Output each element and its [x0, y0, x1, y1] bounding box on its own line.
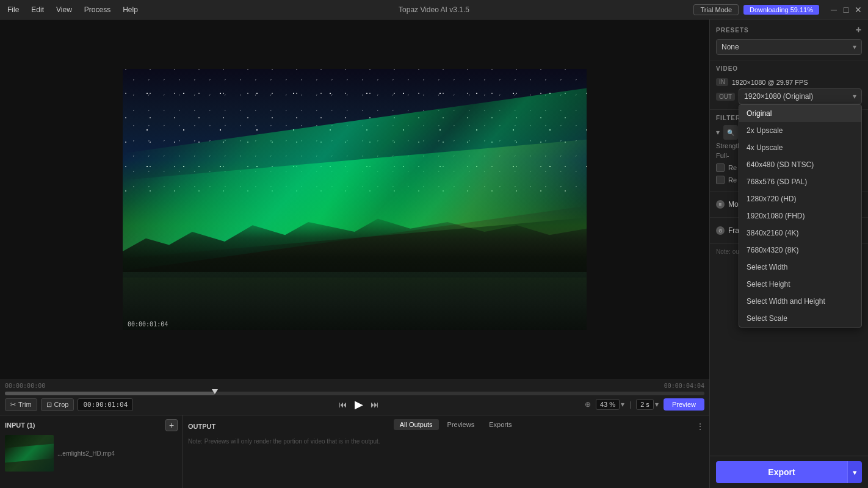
timeline-progress	[5, 392, 215, 395]
output-tabs: All Outputs Previews Exports	[394, 419, 518, 430]
dropdown-item-1280x720[interactable]: 1280x720 (HD)	[739, 190, 861, 207]
tab-exports[interactable]: Exports	[483, 419, 518, 430]
dropdown-item-768x576[interactable]: 768x576 (SD PAL)	[739, 173, 861, 190]
dropdown-item-3840x2160[interactable]: 3840x2160 (4K)	[739, 224, 861, 242]
preview-button[interactable]: Preview	[664, 398, 704, 411]
menu-bar: File Edit View Process Help	[5, 4, 140, 15]
timeline-times: 00:00:00:00 00:00:04:04	[5, 382, 704, 389]
presets-dropdown-wrapper: None ▾	[716, 39, 862, 55]
water-layer	[123, 272, 587, 329]
menu-help[interactable]: Help	[120, 4, 140, 15]
dropdown-item-select-height[interactable]: Select Height	[739, 276, 861, 293]
skip-back-button[interactable]: ⏮	[339, 400, 347, 409]
presets-add-icon[interactable]: +	[856, 24, 862, 35]
trim-icon: ✂	[10, 401, 16, 409]
menu-edit[interactable]: Edit	[29, 4, 46, 15]
time-end: 00:00:04:04	[664, 382, 704, 389]
input-thumbnail[interactable]	[5, 435, 54, 472]
input-panel: INPUT (1) + ...ernlights2_HD.mp4	[0, 415, 183, 488]
close-button[interactable]: ✕	[853, 5, 863, 15]
crop-icon: ⊡	[46, 401, 52, 409]
dropdown-item-original[interactable]: Original	[739, 105, 861, 122]
bottom-panels: INPUT (1) + ...ernlights2_HD.mp4 OUTPUT	[0, 415, 709, 488]
filter-chevron-icon[interactable]: ▾	[716, 128, 720, 137]
video-in-row: IN 1920×1080 @ 29.97 FPS	[716, 76, 862, 88]
maximize-button[interactable]: □	[841, 5, 851, 15]
timeline-playhead[interactable]	[212, 389, 218, 394]
output-more-icon[interactable]: ⋮	[696, 422, 704, 431]
zoom-icon: ⊕	[585, 400, 591, 409]
timeline-area: 00:00:00:00 00:00:04:04 ✂ Trim ⊡ Crop	[0, 379, 709, 415]
titlebar-left: File Edit View Process Help	[5, 4, 140, 15]
aurora-background	[123, 69, 587, 330]
output-note: Note: Previews will only render the port…	[188, 437, 704, 446]
interval-control: 2 s ▾	[636, 399, 659, 410]
dropdown-item-4x-upscale[interactable]: 4x Upscale	[739, 139, 861, 156]
checkbox-2[interactable]	[716, 176, 725, 184]
video-section: VIDEO IN 1920×1080 @ 29.97 FPS OUT 1920×…	[710, 60, 868, 110]
dropdown-item-7680x4320[interactable]: 7680x4320 (8K)	[739, 242, 861, 259]
checkbox-1[interactable]	[716, 163, 725, 172]
minimize-button[interactable]: ─	[829, 5, 839, 15]
transport-right: ⊕ 43 % ▾ | 2 s ▾ Preview	[585, 398, 704, 411]
in-badge: IN	[716, 78, 728, 86]
dropdown-item-640x480[interactable]: 640x480 (SD NTSC)	[739, 156, 861, 173]
presets-title: PRESETS +	[716, 24, 862, 35]
filter-icon: 🔍	[723, 125, 738, 140]
presets-select-button[interactable]: None ▾	[716, 39, 862, 55]
video-out-selected-value: 1920×1080 (Original)	[744, 92, 813, 101]
motion-deblur-icon: ≡	[716, 200, 725, 209]
tab-previews[interactable]: Previews	[441, 419, 481, 430]
download-progress-badge: Downloading 59.11%	[743, 5, 819, 15]
dropdown-item-select-width[interactable]: Select Width	[739, 259, 861, 276]
timeline-bar[interactable]	[5, 392, 704, 395]
dropdown-item-select-scale[interactable]: Select Scale	[739, 310, 861, 327]
tab-all-outputs[interactable]: All Outputs	[394, 419, 439, 430]
zoom-dropdown-arrow[interactable]: ▾	[621, 400, 624, 409]
frame-interp-icon: ⊙	[716, 226, 725, 235]
video-out-dropdown-wrapper: 1920×1080 (Original) ▾ Original 2x Upsca…	[739, 88, 862, 104]
dropdown-item-select-width-height[interactable]: Select Width and Height	[739, 293, 861, 310]
output-panel: OUTPUT All Outputs Previews Exports ⋮ No…	[183, 415, 709, 488]
play-button[interactable]: ▶	[355, 398, 363, 411]
output-panel-title: OUTPUT	[188, 423, 215, 430]
thumbnail-filename: ...ernlights2_HD.mp4	[57, 450, 115, 457]
transport-center: ⏮ ▶ ⏭	[339, 398, 379, 411]
current-timecode: 00:00:01:04	[78, 398, 133, 411]
input-panel-header: INPUT (1) +	[5, 419, 178, 431]
input-thumbnail-item: ...ernlights2_HD.mp4	[5, 435, 178, 472]
content-area: 00:00:01:04 00:00:00:00 00:00:04:04 ✂ Tr…	[0, 20, 709, 488]
titlebar-right: Trial Mode Downloading 59.11% ─ □ ✕	[693, 4, 863, 15]
zoom-value[interactable]: 43 %	[596, 399, 620, 410]
time-start: 00:00:00:00	[5, 382, 45, 389]
timecode-overlay: 00:00:01:04	[128, 321, 168, 328]
input-panel-title: INPUT (1)	[5, 422, 35, 429]
menu-process[interactable]: Process	[82, 4, 113, 15]
trial-mode-badge: Trial Mode	[693, 4, 739, 15]
menu-file[interactable]: File	[5, 4, 21, 15]
presets-dropdown-arrow: ▾	[853, 43, 856, 51]
add-input-button[interactable]: +	[165, 419, 178, 431]
video-in-resolution: 1920×1080 @ 29.97 FPS	[732, 79, 808, 86]
dropdown-item-2x-upscale[interactable]: 2x Upscale	[739, 122, 861, 139]
video-preview-area[interactable]: 00:00:01:04	[0, 20, 709, 379]
menu-view[interactable]: View	[54, 4, 74, 15]
skip-forward-button[interactable]: ⏭	[371, 400, 379, 409]
strength-label: Strength	[716, 142, 742, 149]
video-out-select-button[interactable]: 1920×1080 (Original) ▾	[739, 88, 862, 104]
trim-button[interactable]: ✂ Trim	[5, 398, 37, 411]
interval-value[interactable]: 2 s	[636, 399, 654, 410]
crop-button[interactable]: ⊡ Crop	[41, 398, 74, 411]
main-layout: 00:00:01:04 00:00:00:00 00:00:04:04 ✂ Tr…	[0, 20, 868, 488]
export-button[interactable]: Export	[716, 461, 847, 483]
checkbox-2-label: Re	[728, 176, 737, 184]
dropdown-item-1920x1080[interactable]: 1920x1080 (FHD)	[739, 207, 861, 224]
export-section: Export ▾	[710, 456, 868, 488]
video-out-row: OUT 1920×1080 (Original) ▾ Original 2x U…	[716, 88, 862, 104]
export-chevron-button[interactable]: ▾	[847, 461, 862, 483]
interval-dropdown-arrow[interactable]: ▾	[655, 400, 659, 409]
titlebar: File Edit View Process Help Topaz Video …	[0, 0, 868, 20]
presets-section: PRESETS + None ▾	[710, 20, 868, 60]
video-out-dropdown-menu: Original 2x Upscale 4x Upscale 640x480 (…	[739, 104, 862, 328]
right-sidebar: PRESETS + None ▾ VIDEO IN 1920×1080 @ 29…	[709, 20, 868, 488]
